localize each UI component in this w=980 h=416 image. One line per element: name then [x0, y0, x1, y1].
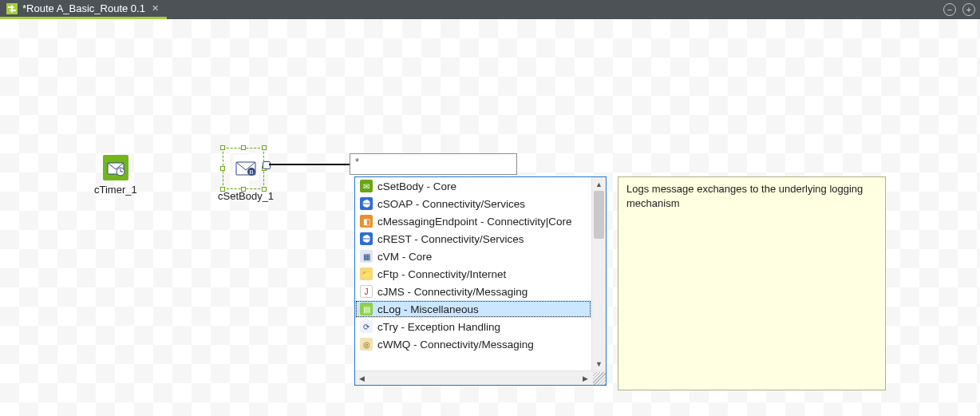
- cmessagingendpoint-item-icon: ◧: [360, 215, 373, 228]
- dropdown-item-cwmq[interactable]: ◎ cWMQ - Connectivity/Messaging: [355, 335, 591, 353]
- dropdown-item-ctry[interactable]: ⟳ cTry - Exception Handling: [355, 318, 591, 335]
- clog-item-icon: ▤: [360, 303, 373, 315]
- dropdown-scrollbar-vertical[interactable]: ▲ ▼: [591, 177, 606, 370]
- design-canvas[interactable]: cTimer_1 B cSetBody_1: [0, 19, 980, 416]
- ctry-item-icon: ⟳: [360, 320, 373, 333]
- dropdown-item-crest[interactable]: cREST - Connectivity/Services: [355, 230, 591, 248]
- svg-text:B: B: [249, 168, 253, 176]
- dropdown-item-csetbody[interactable]: ✉ cSetBody - Core: [355, 177, 591, 195]
- ctimer-icon: [103, 155, 128, 180]
- dropdown-scrollbar-horizontal[interactable]: ◀ ▶: [355, 370, 606, 385]
- connector-line: [269, 164, 351, 165]
- maximize-view-icon[interactable]: +: [962, 3, 975, 16]
- dropdown-item-cmessagingendpoint[interactable]: ◧ cMessagingEndpoint - Connectivity|Core: [355, 212, 591, 230]
- route-icon: [6, 3, 18, 14]
- dropdown-item-csoap[interactable]: cSOAP - Connectivity/Services: [355, 195, 591, 212]
- scroll-thumb-vertical[interactable]: [594, 191, 604, 239]
- tab-close-icon[interactable]: ✕: [150, 3, 160, 14]
- node-ctimer[interactable]: cTimer_1: [94, 155, 137, 196]
- cjms-item-icon: J: [360, 285, 373, 298]
- component-tooltip: Logs message exchanges to the underlying…: [618, 176, 886, 390]
- node-csetbody-label: cSetBody_1: [218, 190, 274, 202]
- scroll-left-icon[interactable]: ◀: [355, 374, 369, 382]
- dropdown-item-clog[interactable]: ▤ cLog - Miscellaneous: [355, 300, 591, 318]
- palette-search-input[interactable]: *: [350, 153, 517, 175]
- scroll-up-icon[interactable]: ▲: [592, 177, 606, 191]
- scroll-right-icon[interactable]: ▶: [579, 374, 592, 382]
- cftp-item-icon: 📁: [360, 267, 373, 280]
- dropdown-item-cjms[interactable]: J cJMS - Connectivity/Messaging: [355, 283, 591, 300]
- tab-route[interactable]: *Route A_Basic_Route 0.1 ✕: [0, 0, 167, 19]
- node-ctimer-label: cTimer_1: [94, 184, 137, 196]
- palette-search-value: *: [355, 156, 359, 168]
- palette-dropdown: ✉ cSetBody - Core cSOAP - Connectivity/S…: [354, 176, 607, 386]
- tab-title: *Route A_Basic_Route 0.1: [22, 2, 145, 14]
- csoap-item-icon: [360, 197, 373, 210]
- cvm-item-icon: ▦: [360, 250, 373, 263]
- crest-item-icon: [360, 232, 373, 245]
- dropdown-item-cftp[interactable]: 📁 cFtp - Connectivity/Internet: [355, 265, 591, 283]
- connector-endpoint[interactable]: [263, 161, 271, 169]
- cwmq-item-icon: ◎: [360, 338, 373, 351]
- csetbody-item-icon: ✉: [360, 180, 373, 192]
- tooltip-text: Logs message exchanges to the underlying…: [626, 183, 863, 209]
- tab-bar: *Route A_Basic_Route 0.1 ✕ − +: [0, 0, 980, 19]
- palette-dropdown-list[interactable]: ✉ cSetBody - Core cSOAP - Connectivity/S…: [355, 177, 591, 370]
- dropdown-item-cvm[interactable]: ▦ cVM - Core: [355, 248, 591, 265]
- scroll-down-icon[interactable]: ▼: [592, 357, 606, 370]
- csetbody-icon: B: [233, 155, 259, 180]
- minimize-view-icon[interactable]: −: [943, 3, 956, 16]
- dropdown-resizer[interactable]: [593, 372, 606, 385]
